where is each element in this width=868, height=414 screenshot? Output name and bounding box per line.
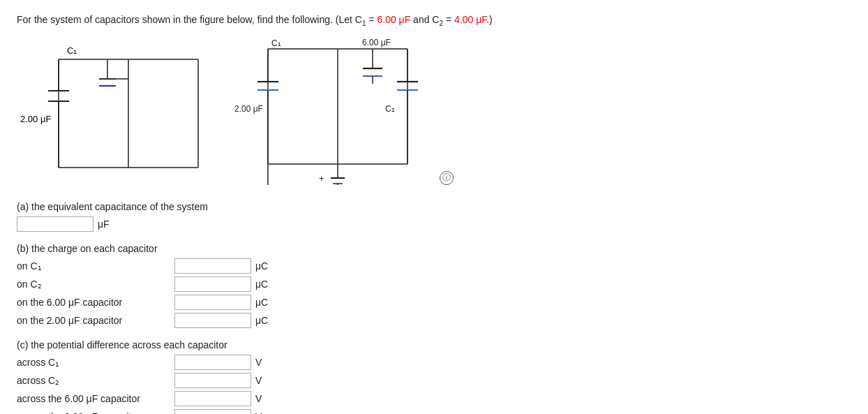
section-c-input-2[interactable]	[174, 391, 251, 406]
section-c-unit-1: V	[255, 375, 262, 386]
section-c-row-1: across C₂ V	[17, 373, 851, 388]
section-b-row-label-3: on the 2.00 μF capacitor	[17, 315, 170, 326]
c1-label-text: C₁	[67, 45, 77, 56]
section-c-row-3: across the 2.00 μF capacitor V	[17, 409, 851, 414]
section-b-input-1[interactable]	[174, 276, 251, 292]
svg-text:C₁: C₁	[271, 38, 281, 48]
circuit-svg: 2.00 μF C₁ 6.00 μF	[233, 38, 421, 185]
section-b: (b) the charge on each capacitor on C₁ μ…	[17, 243, 851, 328]
c2-value: 4.00	[454, 14, 473, 25]
section-b-unit-0: μC	[255, 260, 268, 272]
section-a-input-row: μF	[17, 216, 851, 232]
cap-2uf-label: 2.00 μF	[20, 114, 51, 124]
section-a: (a) the equivalent capacitance of the sy…	[17, 201, 851, 232]
section-c-row-label-2: across the 6.00 μF capacitor	[17, 393, 170, 404]
section-a-label: (a) the equivalent capacitance of the sy…	[17, 201, 851, 212]
section-c-row-2: across the 6.00 μF capacitor V	[17, 391, 851, 406]
c1-value: 6.00	[377, 14, 396, 25]
section-c-label: (c) the potential difference across each…	[17, 339, 851, 350]
problem-statement: For the system of capacitors shown in th…	[17, 13, 851, 29]
section-a-unit: μF	[98, 219, 110, 230]
section-b-row-2: on the 6.00 μF capacitor μC	[17, 295, 851, 310]
circuit-area: C₁ 2.00 μF	[17, 38, 851, 188]
section-b-row-0: on C₁ μC	[17, 258, 851, 274]
section-c-row-label-0: across C₁	[17, 357, 170, 368]
section-b-input-0[interactable]	[174, 258, 251, 274]
section-c-row-label-1: across C₂	[17, 375, 170, 386]
section-c-input-0[interactable]	[174, 355, 251, 370]
section-c-unit-0: V	[255, 357, 262, 368]
section-b-unit-2: μC	[255, 297, 268, 308]
section-b-input-3[interactable]	[174, 313, 251, 328]
section-a-input[interactable]	[17, 216, 93, 232]
section-c-row-label-3: across the 2.00 μF capacitor	[17, 411, 170, 414]
svg-text:6.00 μF: 6.00 μF	[362, 38, 391, 47]
section-b-input-2[interactable]	[174, 295, 251, 310]
section-b-row-label-0: on C₁	[17, 260, 170, 272]
section-b-unit-1: μC	[255, 279, 268, 290]
svg-text:2.00 μF: 2.00 μF	[234, 104, 263, 114]
section-c-input-1[interactable]	[174, 373, 251, 388]
section-b-row-1: on C₂ μC	[17, 276, 851, 292]
svg-text:C₂: C₂	[385, 104, 395, 114]
section-c-unit-2: V	[255, 393, 262, 404]
svg-text:+: +	[319, 173, 324, 184]
circuit-diagram: C₁ 2.00 μF	[17, 38, 219, 188]
info-icon[interactable]: ⓘ	[440, 171, 454, 185]
section-b-row-label-1: on C₂	[17, 279, 170, 290]
questions-section: (a) the equivalent capacitance of the sy…	[17, 201, 851, 414]
section-b-row-label-2: on the 6.00 μF capacitor	[17, 297, 170, 308]
section-c-unit-3: V	[255, 411, 262, 414]
section-c-input-3[interactable]	[174, 409, 251, 414]
section-b-rows: on C₁ μC on C₂ μC on the 6.00 μF capacit…	[17, 258, 851, 328]
section-c: (c) the potential difference across each…	[17, 339, 851, 414]
section-b-unit-3: μC	[255, 315, 268, 326]
section-b-label: (b) the charge on each capacitor	[17, 243, 851, 254]
section-b-row-3: on the 2.00 μF capacitor μC	[17, 313, 851, 328]
section-c-row-0: across C₁ V	[17, 355, 851, 370]
section-c-rows: across C₁ V across C₂ V across the 6.00 …	[17, 355, 851, 414]
